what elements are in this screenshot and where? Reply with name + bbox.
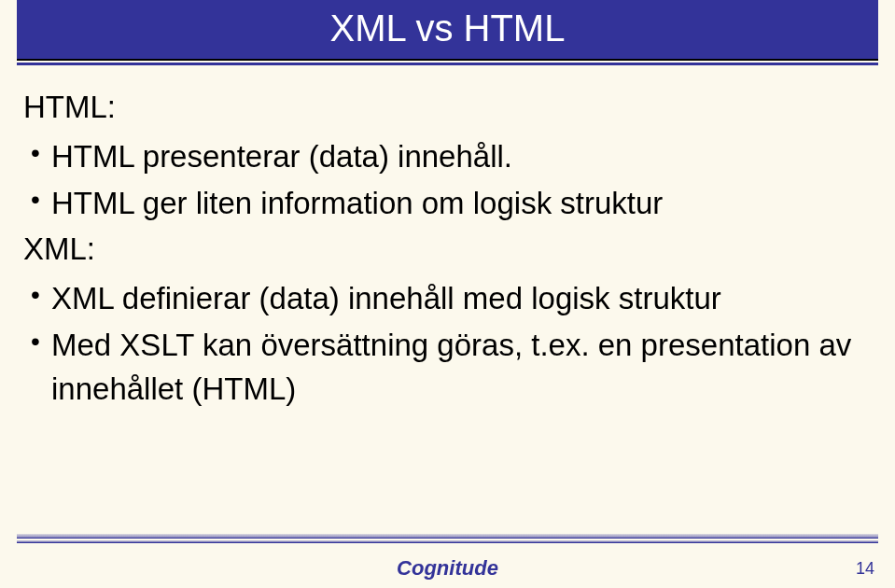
footer-divider [17,534,878,545]
section-label-xml: XML: [23,231,872,267]
section-label-html: HTML: [23,90,872,125]
footer-brand: Cognitude [397,556,498,580]
bullet-list-html: HTML presenterar (data) innehåll. HTML g… [23,134,872,226]
bullet-list-xml: XML definierar (data) innehåll med logis… [23,276,872,413]
list-item: Med XSLT kan översättning göras, t.ex. e… [31,323,872,413]
list-item: HTML presenterar (data) innehåll. [31,134,872,179]
slide-content: HTML: HTML presenterar (data) innehåll. … [0,65,895,412]
list-item: XML definierar (data) innehåll med logis… [31,276,872,321]
page-number: 14 [856,559,874,579]
list-item: HTML ger liten information om logisk str… [31,181,872,226]
footer: Cognitude [0,556,895,581]
slide-title: XML vs HTML [330,7,566,49]
slide-title-bar: XML vs HTML [17,0,878,61]
